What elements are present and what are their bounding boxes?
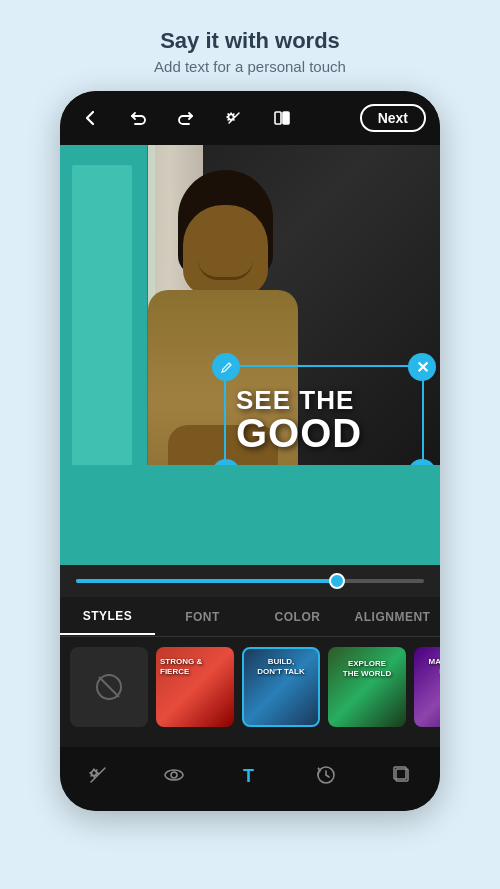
magic-button[interactable] <box>218 102 250 134</box>
page-title: Say it with words <box>154 28 346 54</box>
history-button[interactable] <box>306 755 346 795</box>
svg-rect-1 <box>283 112 289 124</box>
tab-font[interactable]: FONT <box>155 600 250 634</box>
redo-button[interactable] <box>170 102 202 134</box>
phone-frame: Next <box>60 91 440 811</box>
tab-color[interactable]: COLOR <box>250 600 345 634</box>
tab-styles[interactable]: STYLES <box>60 599 155 635</box>
tabs-area: STYLES FONT COLOR ALIGNMENT <box>60 597 440 637</box>
compare-button[interactable] <box>266 102 298 134</box>
style-card-strong-fierce-label: STRONG &FIERCE <box>160 657 230 676</box>
top-bar: Next <box>60 91 440 145</box>
close-handle[interactable]: ✕ <box>408 353 436 381</box>
style-card-explore[interactable]: EXPLORETHE WORLD <box>328 647 406 727</box>
overlay-line2: GOOD <box>236 413 362 453</box>
slider-thumb[interactable] <box>329 573 345 589</box>
style-card-explore-label: EXPLORETHE WORLD <box>332 659 402 680</box>
header-section: Say it with words Add text for a persona… <box>154 0 346 91</box>
top-bar-left <box>74 102 298 134</box>
style-card-make-it[interactable]: MAKE IT SIGNIFIC... <box>414 647 440 727</box>
style-card-build[interactable]: BUILD,DON'T TALK <box>242 647 320 727</box>
edit-handle[interactable] <box>212 353 240 381</box>
style-card-build-label: BUILD,DON'T TALK <box>248 657 314 678</box>
overlay-text: SEE THE GOOD <box>226 367 422 473</box>
layers-button[interactable] <box>382 755 422 795</box>
style-card-strong-fierce[interactable]: STRONG &FIERCE <box>156 647 234 727</box>
back-button[interactable] <box>74 102 106 134</box>
preview-button[interactable] <box>154 755 194 795</box>
page-subtitle: Add text for a personal touch <box>154 58 346 75</box>
photo-area: ✕ SEE THE GOOD <box>60 145 440 565</box>
style-card-make-it-label: MAKE IT SIGNIFIC... <box>418 657 440 678</box>
tab-alignment[interactable]: ALIGNMENT <box>345 600 440 634</box>
overlay-line1: SEE THE <box>236 387 354 413</box>
slider-area[interactable] <box>60 565 440 597</box>
svg-text:T: T <box>243 766 254 786</box>
text-overlay-container[interactable]: ✕ SEE THE GOOD <box>224 365 424 475</box>
svg-rect-0 <box>275 112 281 124</box>
undo-button[interactable] <box>122 102 154 134</box>
effects-tool-button[interactable] <box>78 755 118 795</box>
svg-point-5 <box>171 772 177 778</box>
slider-fill <box>76 579 337 583</box>
text-tool-button[interactable]: T <box>230 755 270 795</box>
slider-track[interactable] <box>76 579 424 583</box>
person-face <box>183 205 268 295</box>
styles-row: STRONG &FIERCE BUILD,DON'T TALK EXPLORET… <box>60 637 440 737</box>
style-card-none[interactable] <box>70 647 148 727</box>
photo-bottom-teal <box>60 465 440 565</box>
svg-line-3 <box>99 677 119 697</box>
next-button[interactable]: Next <box>360 104 426 132</box>
bottom-toolbar: T <box>60 747 440 811</box>
